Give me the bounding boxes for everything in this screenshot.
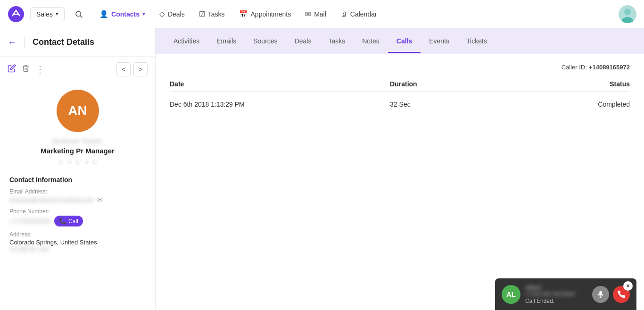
tab-emails[interactable]: Emails: [208, 30, 245, 52]
next-contact-button[interactable]: >: [133, 62, 148, 76]
deals-label: Deals: [168, 10, 185, 18]
calendar-label: Calendar: [350, 10, 377, 18]
edit-icon[interactable]: [8, 64, 16, 75]
tab-emails-label: Emails: [216, 37, 236, 45]
nav-deals[interactable]: ◇ Deals: [153, 6, 191, 22]
call-date: Dec 6th 2018 1:13:29 PM: [170, 101, 362, 108]
nav-contacts[interactable]: 👤 Contacts ▾: [93, 6, 152, 22]
chevron-icon: ▾: [142, 11, 145, 17]
tab-sources-label: Sources: [253, 37, 277, 45]
caller-name: Albert: [525, 284, 587, 291]
email-row: andrew@hotpotconsultancy.biz ✉: [9, 196, 146, 203]
star-5: ☆: [91, 158, 98, 167]
caller-initials: AL: [506, 290, 516, 298]
sales-label: Sales: [36, 10, 53, 18]
back-button[interactable]: ←: [8, 37, 17, 48]
col-status: Status: [534, 80, 630, 88]
more-options-icon[interactable]: ⋮: [35, 64, 45, 75]
contact-info: Contact Information Email Address: andre…: [0, 170, 155, 259]
panel-header: ← Contact Details: [0, 28, 155, 57]
main-layout: ← Contact Details ⋮ < >: [0, 28, 644, 310]
sales-dropdown[interactable]: Sales ▾: [30, 7, 65, 21]
tab-notes[interactable]: Notes: [354, 30, 388, 52]
call-status-text: Call Ended.: [525, 298, 587, 304]
nav-arrows: < >: [116, 62, 148, 76]
svg-line-2: [80, 16, 82, 17]
svg-point-4: [624, 8, 631, 15]
star-4: ☆: [83, 158, 90, 167]
left-panel: ← Contact Details ⋮ < >: [0, 28, 156, 310]
phone-row: +17164392293 📞 Call: [9, 216, 146, 226]
address-extra: 79 209 82 165: [9, 246, 146, 253]
tab-deals[interactable]: Deals: [286, 30, 320, 52]
chevron-down-icon: ▾: [56, 11, 58, 17]
nav-mail[interactable]: ✉ Mail: [298, 6, 333, 22]
call-button[interactable]: 📞 Call: [54, 216, 83, 226]
caller-number: +1 814 932 393 9918: [525, 291, 587, 297]
address-label: Address:: [9, 231, 146, 238]
search-button[interactable]: [70, 6, 87, 23]
star-3: ☆: [74, 158, 81, 167]
mail-icon: ✉: [305, 10, 311, 18]
tab-deals-label: Deals: [295, 37, 312, 45]
app-logo[interactable]: [8, 6, 25, 23]
nav-calendar[interactable]: 🗓 Calendar: [334, 6, 384, 22]
phone-label: Phone Number:: [9, 208, 146, 215]
star-1: ☆: [58, 158, 64, 167]
avatar-initials: AN: [68, 103, 87, 118]
tab-events[interactable]: Events: [421, 30, 458, 52]
call-duration: 32 Sec: [362, 101, 534, 108]
email-icon[interactable]: ✉: [97, 196, 103, 203]
info-title: Contact Information: [9, 176, 146, 184]
mute-button[interactable]: [592, 286, 609, 303]
star-rating: ☆ ☆ ☆ ☆ ☆: [58, 158, 98, 167]
contacts-icon: 👤: [99, 10, 108, 18]
call-info: Albert +1 814 932 393 9918 Call Ended.: [525, 284, 587, 304]
tab-tasks[interactable]: Tasks: [320, 30, 354, 52]
page-title: Contact Details: [33, 37, 94, 47]
contacts-label: Contacts: [111, 10, 140, 18]
contact-avatar-section: AN Andrew Tower Marketing Pr Manager ☆ ☆…: [0, 82, 155, 170]
email-label: Email Address:: [9, 188, 146, 195]
star-2: ☆: [66, 158, 73, 167]
tab-tasks-label: Tasks: [328, 37, 345, 45]
close-widget-button[interactable]: ×: [623, 281, 633, 291]
tab-sources[interactable]: Sources: [245, 30, 286, 52]
tab-activities-label: Activities: [173, 37, 199, 45]
table-row: Dec 6th 2018 1:13:29 PM 32 Sec Completed: [170, 94, 630, 115]
nav-items: 👤 Contacts ▾ ◇ Deals ☑ Tasks 📅 Appointme…: [93, 6, 617, 22]
tasks-label: Tasks: [208, 10, 225, 18]
avatar: AN: [57, 90, 99, 132]
address-value: Colorado Springs, United States: [9, 239, 146, 246]
email-value: andrew@hotpotconsultancy.biz: [9, 196, 94, 203]
contact-name: Andrew Tower: [52, 137, 103, 145]
tab-activities[interactable]: Activities: [165, 30, 208, 52]
appointments-icon: 📅: [239, 10, 248, 18]
tab-calls[interactable]: Calls: [388, 30, 421, 52]
call-ended-widget: × AL Albert +1 814 932 393 9918 Call End…: [495, 278, 636, 310]
nav-tasks[interactable]: ☑ Tasks: [192, 6, 231, 22]
contact-title: Marketing Pr Manager: [41, 147, 115, 155]
calls-table: Date Duration Status Dec 6th 2018 1:13:2…: [170, 80, 630, 115]
close-icon: ×: [626, 283, 629, 289]
table-header: Date Duration Status: [170, 80, 630, 92]
caller-id-value: +14089165972: [589, 64, 630, 71]
tab-tickets[interactable]: Tickets: [458, 30, 495, 52]
caller-id-row: Caller ID: +14089165972: [170, 64, 630, 71]
prev-contact-button[interactable]: <: [116, 62, 131, 76]
phone-value: +17164392293: [9, 218, 50, 225]
nav-appointments[interactable]: 📅 Appointments: [232, 6, 298, 22]
svg-point-1: [76, 11, 81, 17]
call-status: Completed: [534, 101, 630, 108]
deals-icon: ◇: [159, 10, 165, 18]
tab-events-label: Events: [429, 37, 449, 45]
appointments-label: Appointments: [251, 10, 291, 18]
user-avatar[interactable]: [619, 5, 636, 23]
mail-label: Mail: [314, 10, 326, 18]
tasks-icon: ☑: [199, 10, 205, 18]
right-panel: Activities Emails Sources Deals Tasks No…: [156, 28, 644, 310]
contact-actions: ⋮ < >: [0, 57, 155, 82]
tab-notes-label: Notes: [362, 37, 380, 45]
delete-icon[interactable]: [22, 64, 30, 75]
tab-calls-label: Calls: [396, 37, 412, 45]
